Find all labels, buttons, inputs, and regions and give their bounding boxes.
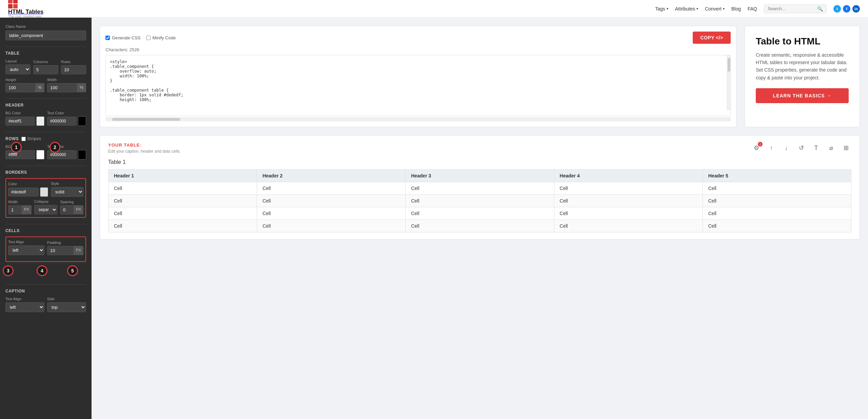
layout-select[interactable]: auto bbox=[5, 64, 31, 74]
logo-text: HTML Tables bbox=[8, 8, 43, 15]
height-label: Height bbox=[5, 78, 44, 82]
minify-checkbox[interactable] bbox=[146, 36, 151, 40]
nav-link-blog[interactable]: Blog bbox=[731, 6, 741, 12]
table-header-3[interactable]: Header 3 bbox=[406, 170, 554, 182]
border-color-row: Color Style solid dashed dotted bbox=[8, 182, 83, 197]
table-header-2[interactable]: Header 2 bbox=[257, 170, 406, 182]
width-unit: % bbox=[77, 83, 86, 92]
table-cell-0-4[interactable]: Cell bbox=[703, 182, 851, 195]
text-icon: T bbox=[814, 145, 818, 152]
toolbar-export-icon[interactable]: ↑ bbox=[766, 142, 777, 153]
collapse-select[interactable]: separate collapse bbox=[34, 205, 58, 214]
header-text-input[interactable] bbox=[47, 117, 77, 126]
code-area[interactable]: <style> .table_component { overflow: aut… bbox=[105, 55, 731, 116]
width-input[interactable] bbox=[47, 83, 77, 92]
toolbar-refresh-icon[interactable]: ↺ bbox=[796, 142, 807, 153]
padding-col: Padding PX bbox=[47, 241, 83, 255]
generate-css-checkbox[interactable] bbox=[105, 36, 110, 40]
table-cell-2-4[interactable]: Cell bbox=[703, 207, 851, 220]
horizontal-scrollbar[interactable] bbox=[105, 117, 731, 121]
annotation-circle-2: 2 bbox=[50, 142, 60, 153]
stripes-checkbox[interactable] bbox=[21, 137, 26, 141]
toolbar-text-icon[interactable]: T bbox=[811, 142, 822, 153]
border-width-col: Width PX bbox=[8, 200, 32, 214]
minify-checkbox-label[interactable]: Minify Code bbox=[146, 35, 176, 40]
table-header-4[interactable]: Header 4 bbox=[554, 170, 703, 182]
borders-section-title: BORDERS bbox=[5, 166, 86, 175]
header-bg-swatch[interactable] bbox=[36, 116, 44, 126]
header-text-swatch[interactable] bbox=[78, 116, 86, 126]
table-cell-3-1[interactable]: Cell bbox=[257, 220, 406, 232]
table-cell-3-0[interactable]: Cell bbox=[108, 220, 257, 232]
table-cell-1-0[interactable]: Cell bbox=[108, 195, 257, 207]
table-cell-1-3[interactable]: Cell bbox=[554, 195, 703, 207]
nav-links: Tags ▾ Attributes ▾ Convert ▾ Blog FAQ 🔍… bbox=[655, 4, 860, 13]
padding-input[interactable] bbox=[47, 246, 74, 255]
caption-text-align-select[interactable]: left center right bbox=[5, 302, 44, 312]
header-text-col: Text Color bbox=[47, 111, 86, 126]
text-align-select[interactable]: left center right bbox=[8, 245, 44, 255]
learn-basics-button[interactable]: LEARN THE BASICS → bbox=[756, 88, 849, 103]
border-color-swatch[interactable] bbox=[40, 187, 48, 197]
table-cell-3-4[interactable]: Cell bbox=[703, 220, 851, 232]
toolbar-expand-icon[interactable]: ⊞ bbox=[841, 142, 851, 153]
rows-text-swatch[interactable] bbox=[78, 150, 86, 159]
table-header-1[interactable]: Header 1 bbox=[108, 170, 257, 182]
table-cell-2-0[interactable]: Cell bbox=[108, 207, 257, 220]
table-cell-1-4[interactable]: Cell bbox=[703, 195, 851, 207]
caption-side-select[interactable]: top bottom bbox=[47, 302, 86, 312]
height-input[interactable] bbox=[5, 83, 36, 92]
search-icon: 🔍 bbox=[817, 6, 823, 12]
header-bg-input[interactable] bbox=[5, 117, 35, 126]
linkedin-link[interactable]: in bbox=[852, 5, 860, 13]
caption-side-col: Side top bottom bbox=[47, 297, 86, 312]
table-cell-2-1[interactable]: Cell bbox=[257, 207, 406, 220]
table-cell-0-1[interactable]: Cell bbox=[257, 182, 406, 195]
rows-bg-swatch[interactable] bbox=[36, 150, 44, 159]
table-cell-2-2[interactable]: Cell bbox=[406, 207, 554, 220]
spacing-input[interactable] bbox=[60, 205, 74, 214]
table-cell-3-3[interactable]: Cell bbox=[554, 220, 703, 232]
toolbar-settings-icon[interactable]: ⚙ 1 bbox=[751, 142, 762, 153]
minify-label: Minify Code bbox=[153, 35, 176, 40]
border-style-label: Style bbox=[51, 182, 83, 186]
table-cell-3-2[interactable]: Cell bbox=[406, 220, 554, 232]
chars-value: 2526 bbox=[130, 47, 139, 52]
spacing-col: Spacing PX bbox=[60, 200, 83, 214]
border-color-input[interactable] bbox=[8, 188, 39, 196]
nav-link-tags[interactable]: Tags ▾ bbox=[655, 6, 668, 12]
nav-link-faq[interactable]: FAQ bbox=[748, 6, 757, 12]
top-panels: Generate CSS Minify Code COPY </> Charac… bbox=[100, 26, 860, 127]
class-name-input[interactable] bbox=[5, 31, 86, 40]
class-name-section: Class Name bbox=[5, 24, 86, 40]
search-input[interactable] bbox=[768, 6, 815, 11]
nav-link-convert[interactable]: Convert ▾ bbox=[705, 6, 725, 12]
table-cell-0-0[interactable]: Cell bbox=[108, 182, 257, 195]
table-cell-2-3[interactable]: Cell bbox=[554, 207, 703, 220]
rows-input[interactable] bbox=[61, 65, 86, 74]
border-style-select[interactable]: solid dashed dotted bbox=[51, 187, 83, 197]
table-toolbar: ⚙ 1 ↑ ↓ ↺ T ⌀ bbox=[751, 142, 851, 153]
border-width-input[interactable] bbox=[8, 205, 22, 214]
border-style-col: Style solid dashed dotted bbox=[51, 182, 83, 197]
toolbar-download-icon[interactable]: ↓ bbox=[781, 142, 792, 153]
copy-button[interactable]: COPY </> bbox=[693, 32, 731, 44]
toolbar-slash-icon[interactable]: ⌀ bbox=[826, 142, 836, 153]
header-section: HEADER BG Color Text Color bbox=[5, 98, 86, 126]
rows-bg-input[interactable] bbox=[5, 150, 35, 159]
nav-logo[interactable]: HTML Tables The cool, modern way bbox=[8, 0, 43, 18]
generate-css-checkbox-label[interactable]: Generate CSS bbox=[105, 35, 141, 40]
columns-input[interactable] bbox=[33, 65, 58, 74]
code-panel: Generate CSS Minify Code COPY </> Charac… bbox=[100, 26, 736, 127]
table-name: Table 1 bbox=[108, 159, 851, 165]
twitter-link[interactable]: t bbox=[833, 5, 841, 13]
table-cell-1-2[interactable]: Cell bbox=[406, 195, 554, 207]
table-cell-0-3[interactable]: Cell bbox=[554, 182, 703, 195]
class-name-label: Class Name bbox=[5, 24, 86, 28]
facebook-link[interactable]: f bbox=[843, 5, 850, 13]
info-card-description: Create semantic, responsive & accessible… bbox=[756, 51, 849, 82]
table-cell-0-2[interactable]: Cell bbox=[406, 182, 554, 195]
table-header-5[interactable]: Header 5 bbox=[703, 170, 851, 182]
nav-link-attributes[interactable]: Attributes ▾ bbox=[675, 6, 698, 12]
table-cell-1-1[interactable]: Cell bbox=[257, 195, 406, 207]
